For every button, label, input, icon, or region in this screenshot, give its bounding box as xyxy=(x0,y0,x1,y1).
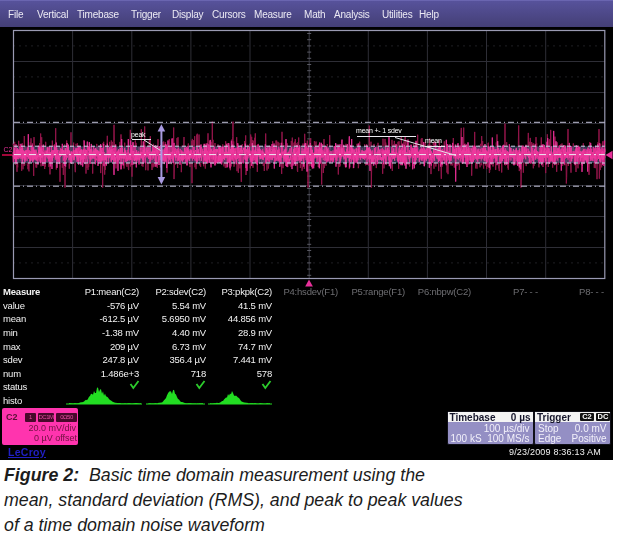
svg-text:C2: C2 xyxy=(4,146,13,153)
